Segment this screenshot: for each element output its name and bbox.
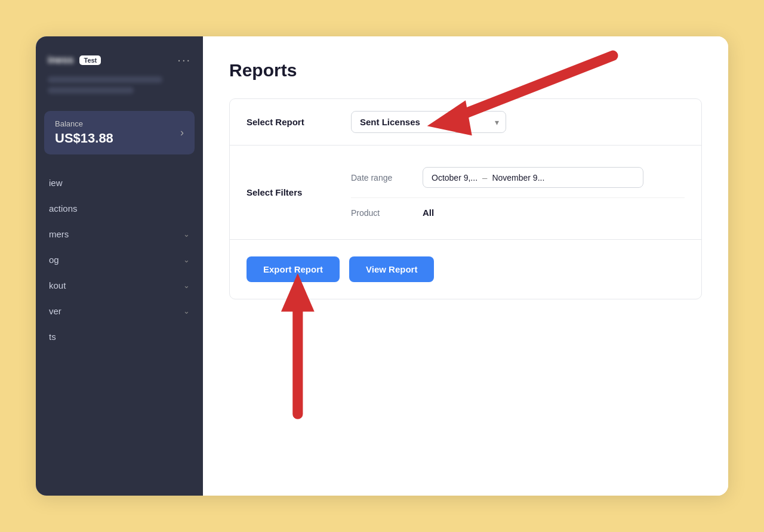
filters-content: Date range October 9,... – November 9...… [351, 157, 685, 227]
date-separator: – [482, 172, 487, 183]
date-range-input[interactable]: October 9,... – November 9... [423, 167, 643, 188]
sidebar-nav: iew actions mers ⌄ og ⌄ kout ⌄ ver ⌄ [36, 165, 203, 496]
sidebar: iness Test ··· Balance US$13.88 › iew ac… [36, 36, 203, 496]
date-start: October 9,... [432, 173, 478, 183]
sidebar-balance-label: Balance [55, 119, 113, 128]
blurred-line-1 [48, 76, 162, 83]
checkout-chevron-icon: ⌄ [183, 281, 190, 290]
sidebar-item-view-label: iew [49, 178, 63, 188]
view-report-button[interactable]: View Report [349, 256, 434, 282]
sidebar-balance-card[interactable]: Balance US$13.88 › [44, 111, 195, 154]
sidebar-item-reports-label: ts [49, 332, 56, 342]
select-report-content: Sent Licenses Received Licenses Sales [351, 111, 685, 133]
date-end: November 9... [492, 173, 544, 183]
product-row: Product All [351, 198, 685, 227]
date-range-label: Date range [351, 173, 423, 183]
select-filters-label: Select Filters [247, 187, 351, 197]
sidebar-item-log-label: og [49, 255, 59, 265]
buttons-row: Export Report View Report [230, 240, 701, 299]
sidebar-item-actions[interactable]: actions [36, 196, 203, 221]
sidebar-item-actions-label: actions [49, 203, 78, 214]
sidebar-top: iness Test ··· [36, 36, 203, 73]
select-report-row: Select Report Sent Licenses Received Lic… [230, 99, 701, 146]
balance-chevron-icon: › [180, 126, 184, 139]
sidebar-item-server-label: ver [49, 306, 61, 316]
main-card: iness Test ··· Balance US$13.88 › iew ac… [36, 36, 728, 496]
sidebar-item-view[interactable]: iew [36, 170, 203, 196]
report-select-wrapper: Sent Licenses Received Licenses Sales [351, 111, 506, 133]
filter-rows: Date range October 9,... – November 9...… [351, 157, 685, 227]
sidebar-item-checkout-label: kout [49, 280, 66, 290]
page-title: Reports [229, 60, 702, 81]
sidebar-blurred-info [36, 73, 203, 106]
report-card: Select Report Sent Licenses Received Lic… [229, 98, 702, 299]
sidebar-item-checkout[interactable]: kout ⌄ [36, 273, 203, 298]
sidebar-item-customers[interactable]: mers ⌄ [36, 221, 203, 247]
sidebar-item-log[interactable]: og ⌄ [36, 247, 203, 273]
main-content: Reports Select Report Sent Licenses Rece… [203, 36, 728, 496]
sidebar-item-reports[interactable]: ts [36, 324, 203, 349]
log-chevron-icon: ⌄ [183, 255, 190, 264]
sidebar-test-badge: Test [79, 55, 101, 65]
sidebar-brand: iness Test [48, 54, 101, 66]
sidebar-brand-name: iness [48, 54, 73, 66]
sidebar-balance-info: Balance US$13.88 [55, 119, 113, 146]
select-filters-row: Select Filters Date range October 9,... … [230, 146, 701, 240]
product-label: Product [351, 208, 423, 218]
sidebar-balance-value: US$13.88 [55, 131, 113, 146]
date-range-row: Date range October 9,... – November 9... [351, 157, 685, 198]
report-select[interactable]: Sent Licenses Received Licenses Sales [351, 111, 506, 133]
sidebar-more-icon[interactable]: ··· [177, 53, 191, 67]
customers-chevron-icon: ⌄ [183, 230, 190, 239]
blurred-line-2 [48, 87, 134, 94]
sidebar-item-customers-label: mers [49, 229, 69, 239]
select-report-label: Select Report [247, 117, 351, 127]
product-value: All [423, 208, 434, 218]
sidebar-item-server[interactable]: ver ⌄ [36, 298, 203, 324]
export-report-button[interactable]: Export Report [247, 256, 340, 282]
server-chevron-icon: ⌄ [183, 307, 190, 316]
